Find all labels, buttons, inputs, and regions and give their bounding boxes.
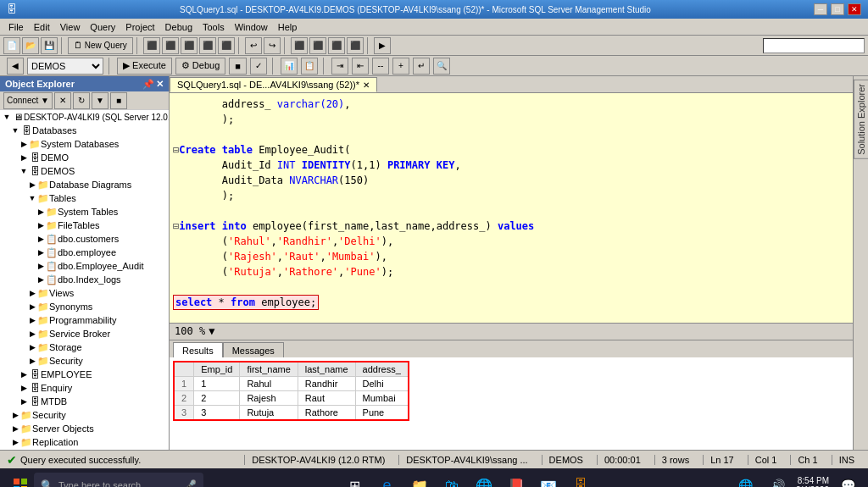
comment-btn[interactable]: -- [372,58,389,75]
tree-databases[interactable]: ▼ 🗄 Databases [0,124,169,137]
wordwrap-btn[interactable]: ↵ [413,58,430,75]
tree-security-demos[interactable]: ▶ 📁 Security [0,354,169,368]
chrome-icon[interactable]: 🌐 [470,472,498,487]
stop-button[interactable]: ■ [229,58,247,75]
close-button[interactable]: ✕ [848,3,861,15]
tree-management[interactable]: ▶ 📁 Management [0,449,169,450]
oe-pin[interactable]: 📌 [142,79,154,90]
task-view-btn[interactable]: ⊞ [342,472,369,487]
menu-view[interactable]: View [55,20,86,34]
tab-close-btn[interactable]: ✕ [363,80,370,90]
new-file-btn[interactable]: 📄 [3,37,20,54]
results2-btn[interactable]: 📋 [301,58,318,75]
expand-storage[interactable]: ▶ [27,343,37,351]
solution-explorer-tab[interactable]: Solution Explorer [854,80,869,159]
parse-btn[interactable]: ✓ [250,58,267,75]
open-btn[interactable]: 📂 [22,37,39,54]
oe-close-icon[interactable]: ✕ [156,79,164,90]
expand-security-demos[interactable]: ▶ [27,357,37,365]
volume-icon[interactable]: 🔊 [764,472,791,487]
search-input[interactable] [58,480,179,487]
expand-tables[interactable]: ▼ [27,194,37,202]
tb-btn6[interactable]: ↩ [245,37,262,54]
zoom-btn[interactable]: 🔍 [433,58,450,75]
expand-enquiry[interactable]: ▶ [19,384,29,392]
network-icon[interactable]: 🌐 [732,472,759,487]
expand-security-top[interactable]: ▶ [10,411,20,419]
tb-btn9[interactable]: ⬛ [309,37,326,54]
menu-window[interactable]: Window [230,20,273,34]
oe-connect-btn[interactable]: Connect ▼ [3,92,53,109]
uncomment-btn[interactable]: + [392,58,409,75]
tree-employee-db[interactable]: ▶ 🗄 EMPLOYEE [0,368,169,381]
tb-btn11[interactable]: ⬛ [347,37,364,54]
tree-views[interactable]: ▶ 📁 Views [0,286,169,300]
expand-replication[interactable]: ▶ [10,438,20,446]
maximize-button[interactable]: □ [831,3,844,15]
save-btn[interactable]: 💾 [41,37,58,54]
menu-tools[interactable]: Tools [198,20,230,34]
tree-server[interactable]: ▼ 🖥 DESKTOP-AV4LKI9 (SQL Server 12.0.22.… [0,110,169,124]
expand-diagrams[interactable]: ▶ [27,180,37,189]
expand-systables[interactable]: ▶ [36,208,46,216]
mail-icon[interactable]: 📧 [535,472,562,487]
tb-btn12[interactable]: ▶ [374,37,391,54]
query-tab[interactable]: SQLQuery1.sql - DE...AV4LKI9\ssang (52))… [170,77,377,92]
new-query-btn[interactable]: 🗒 New Query [68,37,133,54]
menu-file[interactable]: File [3,20,29,34]
expand-employee[interactable]: ▶ [36,248,46,257]
query-editor[interactable]: address_ varchar(20), ); ⊟Create table E… [170,93,853,340]
tree-system-dbs[interactable]: ▶ 📁 System Databases [0,137,169,151]
expand-mtdb[interactable]: ▶ [19,397,29,406]
explorer-icon[interactable]: 📁 [406,472,433,487]
tree-customers[interactable]: ▶ 📋 dbo.customers [0,232,169,246]
expand-serverobj[interactable]: ▶ [10,424,20,433]
tree-server-objects[interactable]: ▶ 📁 Server Objects [0,422,169,435]
expand-demos[interactable]: ▼ [19,167,29,175]
outdent-btn[interactable]: ⇤ [352,58,369,75]
tree-filetables[interactable]: ▶ 📁 FileTables [0,219,169,232]
oe-filter-btn[interactable]: ▼ [92,92,108,109]
expand-indexlogs[interactable]: ▶ [36,275,46,284]
tree-employee-audit[interactable]: ▶ 📋 dbo.Employee_Audit [0,259,169,273]
results-tab[interactable]: Results [173,342,223,357]
tree-replication[interactable]: ▶ 📁 Replication [0,435,169,449]
menu-help[interactable]: Help [273,20,303,34]
reader-icon[interactable]: 📕 [503,472,530,487]
tree-security-top[interactable]: ▶ 📁 Security [0,408,169,422]
tb-btn4[interactable]: ⬛ [199,37,216,54]
tree-sys-tables[interactable]: ▶ 📁 System Tables [0,205,169,219]
edge-icon[interactable]: e [374,472,401,487]
minimize-button[interactable]: ─ [814,3,827,15]
expand-synonyms[interactable]: ▶ [27,302,37,311]
menu-project[interactable]: Project [120,20,159,34]
start-button[interactable] [7,472,34,487]
tree-storage[interactable]: ▶ 📁 Storage [0,340,169,354]
tree-tables[interactable]: ▼ 📁 Tables [0,191,169,205]
tree-synonyms[interactable]: ▶ 📁 Synonyms [0,300,169,313]
expand-servicebroker[interactable]: ▶ [27,329,37,338]
results-btn[interactable]: 📊 [281,58,298,75]
expand-views[interactable]: ▶ [27,289,37,297]
execute-button[interactable]: ▶ Execute [117,58,172,75]
expand-sysdb[interactable]: ▶ [19,140,29,148]
tree-mtdb[interactable]: ▶ 🗄 MTDB [0,395,169,408]
ssms-icon[interactable]: 🗄 [567,472,594,487]
toolbar-search[interactable] [763,38,865,53]
clock[interactable]: 8:54 PM 3/4/2020 [796,476,829,487]
tree-programmability[interactable]: ▶ 📁 Programmability [0,313,169,327]
oe-disconnect-btn[interactable]: ✕ [54,92,71,109]
tree-indexlogs[interactable]: ▶ 📋 dbo.Index_logs [0,273,169,286]
expand-server[interactable]: ▼ [2,113,12,121]
expand-employeeaudit[interactable]: ▶ [36,262,46,270]
expand-customers[interactable]: ▶ [36,235,46,243]
tree-demo[interactable]: ▶ 🗄 DEMO [0,151,169,164]
menu-edit[interactable]: Edit [29,20,55,34]
indent-btn[interactable]: ⇥ [331,58,348,75]
tree-service-broker[interactable]: ▶ 📁 Service Broker [0,327,169,340]
tb-btn5[interactable]: ⬛ [218,37,235,54]
tb-btn1[interactable]: ⬛ [143,37,160,54]
store-icon[interactable]: 🛍 [438,472,465,487]
oe-refresh-btn[interactable]: ↻ [73,92,90,109]
menu-debug[interactable]: Debug [160,20,198,34]
